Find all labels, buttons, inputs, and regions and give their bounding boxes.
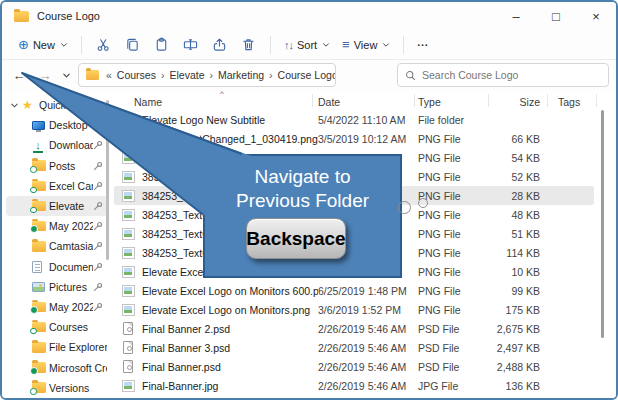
file-size: 2,675 KB [496,323,558,335]
sidebar-scrollbar[interactable] [106,100,109,260]
sort-button[interactable]: ↑↓ Sort [278,33,336,57]
chevron-right-icon[interactable]: › [267,69,275,81]
pin-icon[interactable] [93,221,103,231]
minimize-button[interactable]: – [496,2,536,30]
image-file-icon [122,266,135,278]
view-lines-icon: ≡ [342,37,350,52]
folder-check-icon [32,362,46,373]
search-input[interactable] [422,69,601,81]
share-button[interactable] [205,33,234,57]
forward-button[interactable]: → [34,64,56,86]
breadcrumb-overflow[interactable]: « [104,69,114,81]
sidebar-item-camtasia-studio[interactable]: Camtasia Studio [6,236,107,256]
table-row-elevate-excel-logo-on-monitors-png[interactable]: Elevate Excel Logo on Monitors.png3/6/20… [114,300,594,319]
table-row-final-banner-3-psd[interactable]: Final Banner 3.psd2/26/2019 5:46 AMPSD F… [114,338,594,357]
chevron-right-icon[interactable]: › [207,69,215,81]
breadcrumb-segment-marketing[interactable]: Marketing [215,67,267,83]
sidebar-item-file-explorer-shortcu[interactable]: File Explorer Shortcu [6,337,107,357]
chevron-right-icon[interactable]: › [159,69,167,81]
sidebar-item-versions[interactable]: Versions [6,378,107,398]
pin-icon[interactable] [93,181,103,191]
back-button[interactable]: ← [8,64,30,86]
sidebar-item-label: May 2022 [49,220,93,232]
recent-locations-button[interactable] [58,64,74,86]
share-icon [212,37,227,52]
table-row-final-banner-psd[interactable]: Final Banner.psd2/26/2019 5:46 AMPSD Fil… [114,357,594,376]
column-header-date[interactable]: Date [318,93,418,108]
sidebar-item-elevate[interactable]: Elevate [6,196,107,216]
file-type: PNG File [418,133,496,145]
table-row-elevate-logo-new-subtitle[interactable]: Elevate Logo New Subtitle5/4/2022 11:10 … [114,110,594,129]
pin-icon[interactable] [93,282,103,292]
sidebar-item-courses[interactable]: Courses [6,317,107,337]
file-list-scrollbar[interactable] [601,110,604,338]
copy-icon [125,37,140,52]
breadcrumb-segment-course-logo[interactable]: Course Logo [275,67,336,83]
sidebar-item-label: Versions [49,382,107,394]
table-row-383366-textchanged-1-030419-png[interactable]: 383366_TextChanged_1_030419.png3/5/2019 … [114,129,594,148]
pin-icon[interactable] [93,262,103,272]
paste-button[interactable] [147,33,176,57]
folder-sync-icon [32,382,46,393]
pin-icon[interactable] [93,161,103,171]
file-type: PNG File [418,171,496,183]
sidebar-item-documents[interactable]: Documents [6,257,107,277]
chevron-down-icon[interactable] [10,101,22,110]
file-name: Final Banner.psd [142,361,318,373]
sidebar-item-downloads[interactable]: ↓Downloads [6,135,107,155]
breadcrumb-segment-courses[interactable]: Courses [114,67,159,83]
new-button[interactable]: ⊕ New [12,33,74,57]
sidebar-item-may-2022[interactable]: May 2022 [6,216,107,236]
pin-icon[interactable] [93,201,103,211]
breadcrumb-bar[interactable]: « Courses›Elevate›Marketing›Course Logo› [78,63,336,87]
table-row-final-banner-2-psd[interactable]: Final Banner 2.psd2/26/2019 5:46 AMPSD F… [114,319,594,338]
file-date: 2/26/2019 5:46 AM [318,342,418,354]
table-row-final-banner-jpg[interactable]: Final-Banner.jpg2/26/2019 5:46 AMJPG Fil… [114,376,594,395]
psd-file-icon [123,322,133,335]
more-options-button[interactable]: ··· [411,33,434,57]
folder-check-icon [32,302,46,313]
address-bar: ← → ↑ « Courses›Elevate›Marketing›Course… [2,60,616,90]
view-button[interactable]: ≡ View [336,33,396,57]
sidebar-item-quick-access[interactable]: ★Quick access [6,95,107,115]
maximize-button[interactable]: □ [536,2,576,30]
sidebar-item-posts[interactable]: Posts [6,156,107,176]
table-row-elevate-excel-logo-on-monitors-600-png[interactable]: Elevate Excel Logo on Monitors 600.png6/… [114,281,594,300]
sidebar-item-excel-campus[interactable]: Excel Campus [6,176,107,196]
search-box[interactable] [397,63,609,87]
column-header-name[interactable]: Name [134,93,318,108]
file-name: Final Banner 3.psd [142,342,318,354]
file-date: 2/26/2019 5:46 AM [318,380,418,392]
sidebar-item-desktop[interactable]: Desktop [6,115,107,135]
sidebar-item-microsoft-creators-v[interactable]: Microsoft Creators V [6,357,107,377]
file-size: 66 KB [496,133,558,145]
close-button[interactable]: × [576,2,616,30]
column-headers: Name Date Type Size Tags ^ [114,90,594,110]
column-header-size[interactable]: Size [496,93,558,108]
image-file-icon [122,380,135,392]
pin-icon[interactable] [93,241,103,251]
column-header-tags[interactable]: Tags [558,93,594,108]
image-file-icon [122,133,135,145]
copy-button[interactable] [118,33,147,57]
chevron-down-icon [382,41,390,49]
cut-button[interactable] [89,33,118,57]
delete-button[interactable] [234,33,263,57]
sidebar-item-label: Pictures [49,281,93,293]
column-header-type[interactable]: Type [418,93,496,108]
file-type: PNG File [418,190,496,202]
breadcrumb: Courses›Elevate›Marketing›Course Logo› [114,67,336,83]
image-file-icon [122,247,135,259]
file-type: JPG File [418,380,496,392]
callout-text-line2: Previous Folder [205,189,400,213]
sidebar-item-pictures[interactable]: Pictures [6,277,107,297]
sidebar-item-may-2022-event[interactable]: May 2022 Event [6,297,107,317]
file-date: 3/5/2019 10:12 AM [318,133,418,145]
breadcrumb-segment-elevate[interactable]: Elevate [166,67,207,83]
pin-icon[interactable] [93,302,103,312]
sidebar-item-label: Documents [49,261,93,273]
folder-sync-icon [32,322,46,333]
rename-button[interactable] [176,33,205,57]
image-file-icon [122,228,135,240]
pin-icon[interactable] [93,140,103,150]
